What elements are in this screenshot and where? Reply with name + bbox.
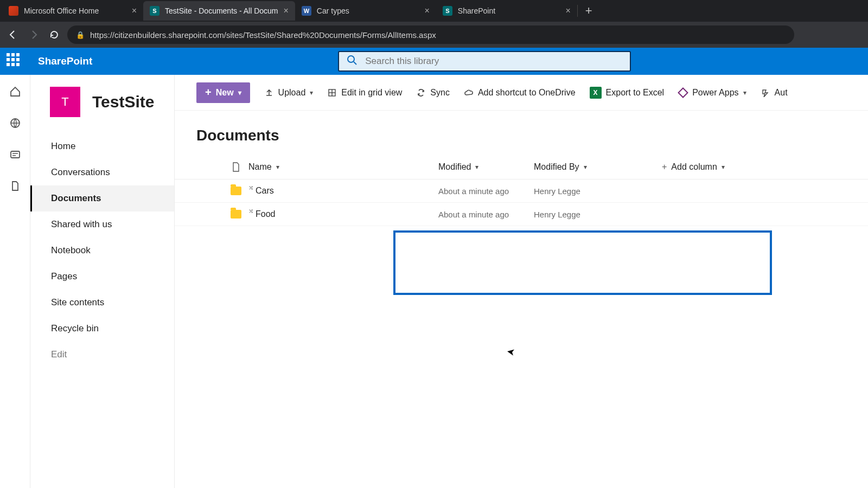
plus-icon: + (205, 86, 212, 99)
browser-tab[interactable]: S TestSite - Documents - All Docum × (143, 1, 295, 21)
folder-icon (231, 187, 241, 195)
chevron-down-icon: ▾ (722, 163, 725, 171)
search-box[interactable] (338, 51, 631, 72)
upload-icon (264, 88, 274, 98)
add-column-button[interactable]: +Add column▾ (662, 162, 725, 172)
new-tab-button[interactable]: + (578, 4, 600, 18)
browser-tab[interactable]: S SharePoint × (436, 1, 577, 21)
command-bar: + New ▾ Upload ▾ Edit in grid view Sync … (175, 75, 868, 111)
new-label: New (216, 88, 234, 98)
news-icon[interactable] (9, 149, 21, 160)
chevron-down-icon: ▾ (475, 163, 478, 171)
grid-icon (327, 88, 337, 98)
search-input[interactable] (365, 56, 622, 67)
tab-title: TestSite - Documents - All Docum (165, 7, 278, 15)
add-shortcut-button[interactable]: Add shortcut to OneDrive (464, 88, 576, 98)
export-label: Export to Excel (606, 88, 665, 98)
nav-notebook[interactable]: Notebook (30, 237, 174, 264)
sync-icon (416, 88, 426, 98)
globe-icon[interactable] (9, 117, 21, 129)
close-icon[interactable]: × (132, 6, 137, 16)
edit-grid-label: Edit in grid view (341, 88, 402, 98)
nav-documents[interactable]: Documents (30, 185, 174, 211)
sharepoint-icon: S (443, 6, 452, 16)
close-icon[interactable]: × (425, 6, 430, 16)
edit-grid-button[interactable]: Edit in grid view (327, 88, 402, 98)
nav-conversations[interactable]: Conversations (30, 159, 174, 185)
browser-tab[interactable]: W Car types × (295, 1, 436, 21)
home-icon[interactable] (9, 86, 21, 98)
upload-label: Upload (278, 88, 306, 98)
item-modified: About a minute ago (438, 187, 534, 196)
powerapps-label: Power Apps (692, 88, 738, 98)
mouse-cursor-icon: ➤ (506, 345, 516, 358)
item-modified: About a minute ago (438, 210, 534, 219)
automate-button[interactable]: Aut (761, 88, 788, 98)
automate-icon (761, 88, 770, 98)
folder-icon (231, 210, 241, 219)
nav-site-contents[interactable]: Site contents (30, 290, 174, 316)
app-launcher-icon[interactable] (7, 53, 23, 69)
reload-button[interactable] (47, 27, 62, 42)
chevron-down-icon: ▾ (310, 89, 313, 97)
main-area: + New ▾ Upload ▾ Edit in grid view Sync … (175, 75, 868, 488)
search-icon (347, 55, 358, 68)
item-modified-by: Henry Legge (534, 187, 629, 196)
word-icon: W (302, 6, 311, 16)
url-text: https://citizenbuilders.sharepoint.com/s… (90, 30, 436, 40)
plus-icon: + (662, 162, 667, 172)
site-logo[interactable]: T (50, 87, 80, 117)
new-indicator-icon: ⤭ (248, 209, 253, 213)
svg-rect-3 (11, 151, 20, 158)
site-nav: Home Conversations Documents Shared with… (30, 130, 174, 368)
nav-recycle-bin[interactable]: Recycle bin (30, 316, 174, 342)
column-headers: Name▾ Modified▾ Modified By▾ +Add column… (175, 157, 868, 179)
svg-line-1 (354, 62, 356, 65)
list-item[interactable]: ⤭Cars About a minute ago Henry Legge (175, 179, 868, 203)
lock-icon: 🔒 (76, 31, 85, 39)
type-column-icon[interactable] (224, 162, 248, 172)
item-name: Cars (256, 186, 274, 196)
nav-home[interactable]: Home (30, 133, 174, 159)
nav-shared-with-us[interactable]: Shared with us (30, 211, 174, 237)
upload-button[interactable]: Upload ▾ (264, 88, 314, 98)
power-apps-button[interactable]: Power Apps ▾ (678, 88, 746, 98)
annotation-highlight (393, 230, 772, 295)
export-excel-button[interactable]: X Export to Excel (590, 87, 665, 99)
tab-title: Microsoft Office Home (24, 7, 126, 15)
item-modified-by: Henry Legge (534, 210, 629, 219)
shortcut-label: Add shortcut to OneDrive (478, 88, 576, 98)
nav-edit[interactable]: Edit (30, 342, 174, 368)
onedrive-icon (464, 88, 474, 98)
library-title: Documents (175, 111, 868, 157)
column-name[interactable]: Name▾ (248, 162, 438, 172)
tab-title: SharePoint (458, 7, 560, 15)
sharepoint-icon: S (150, 6, 159, 16)
chevron-down-icon: ▾ (276, 163, 279, 171)
sharepoint-brand[interactable]: SharePoint (38, 55, 92, 67)
nav-pages[interactable]: Pages (30, 264, 174, 290)
column-modified[interactable]: Modified▾ (438, 162, 534, 172)
automate-label: Aut (775, 88, 788, 98)
sync-button[interactable]: Sync (416, 88, 450, 98)
new-button[interactable]: + New ▾ (196, 82, 250, 103)
new-indicator-icon: ⤭ (248, 186, 253, 189)
close-icon[interactable]: × (284, 6, 289, 16)
list-item[interactable]: ⤭Food About a minute ago Henry Legge (175, 203, 868, 226)
global-nav-rail (0, 75, 30, 488)
svg-point-0 (348, 56, 354, 62)
item-name: Food (256, 209, 275, 219)
url-field[interactable]: 🔒 https://citizenbuilders.sharepoint.com… (67, 25, 794, 44)
column-modified-by[interactable]: Modified By▾ (534, 162, 629, 172)
office-icon (9, 6, 18, 16)
power-apps-icon (678, 88, 688, 98)
site-title[interactable]: TestSite (92, 93, 154, 111)
browser-tab-strip: Microsoft Office Home × S TestSite - Doc… (0, 0, 868, 22)
forward-button[interactable] (26, 27, 41, 42)
excel-icon: X (590, 87, 602, 99)
files-icon[interactable] (9, 180, 21, 192)
sync-label: Sync (430, 88, 450, 98)
browser-tab[interactable]: Microsoft Office Home × (2, 1, 143, 21)
back-button[interactable] (5, 27, 21, 42)
close-icon[interactable]: × (566, 6, 571, 16)
